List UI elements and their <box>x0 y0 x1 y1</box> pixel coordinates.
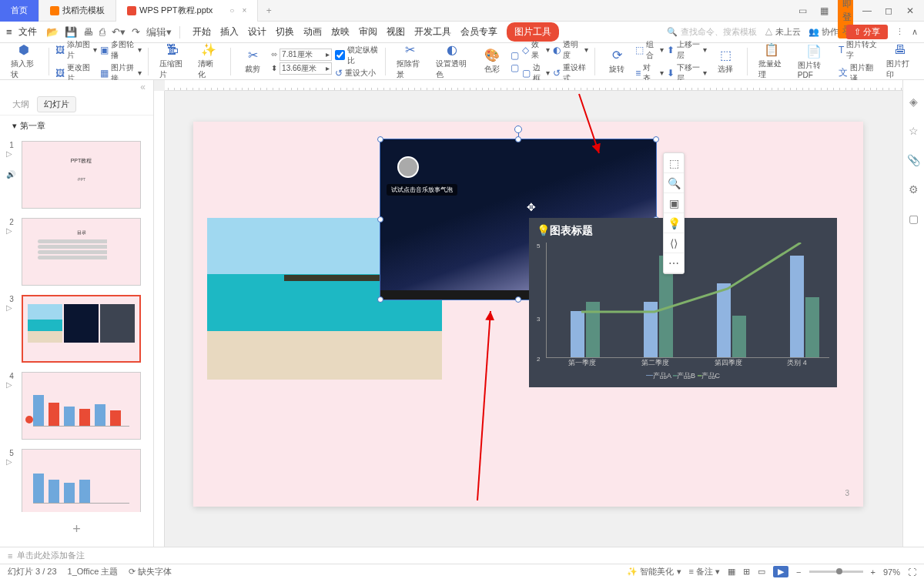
menu-tab-animation[interactable]: 动画 <box>303 22 322 42</box>
panel-tab-slides[interactable]: 幻灯片 <box>37 96 76 112</box>
status-theme[interactable]: 1_Office 主题 <box>68 566 119 577</box>
ribbon-add-image[interactable]: 🖼添加图片▾ <box>55 39 98 61</box>
ribbon-compress[interactable]: 🗜压缩图片 <box>155 43 191 80</box>
zoom-slider[interactable] <box>809 571 863 573</box>
ribbon-transparency[interactable]: ◐透明度▾ <box>553 39 588 61</box>
status-beautify[interactable]: ✨ 智能美化 ▾ <box>627 566 681 577</box>
ribbon-to-text[interactable]: T图片转文字 <box>839 39 879 61</box>
float-zoom-icon[interactable]: 🔍 <box>664 173 684 193</box>
thumb-slide-5[interactable] <box>22 449 141 512</box>
float-crop-icon[interactable]: ▣ <box>664 193 684 213</box>
resize-handle-sw[interactable] <box>377 296 383 303</box>
hamburger-icon[interactable]: ≡ <box>6 26 12 38</box>
ribbon-crop[interactable]: ✂裁剪 <box>237 48 268 75</box>
thumb-slide-2[interactable]: 目录 <box>22 218 141 286</box>
menu-file[interactable]: 文件 <box>18 25 37 38</box>
zoom-level[interactable]: 97% <box>883 567 900 577</box>
ribbon-insert-shape[interactable]: ⬢插入形状 <box>6 42 42 80</box>
status-missing-font[interactable]: ⟳ 缺失字体 <box>129 566 172 577</box>
grid2-icon[interactable]: ▦ <box>816 5 832 16</box>
side-style-icon[interactable]: ◈ <box>909 95 918 108</box>
share-button[interactable]: ⇧ 分享 <box>846 25 888 39</box>
save-icon[interactable]: 💾 <box>63 26 79 38</box>
resize-handle-n[interactable] <box>515 136 521 142</box>
ribbon-preset1[interactable]: ▢ <box>511 50 519 61</box>
side-presenter-icon[interactable]: ▢ <box>909 213 919 225</box>
open-icon[interactable]: 📂 <box>45 26 60 38</box>
menu-tab-view[interactable]: 视图 <box>387 22 405 42</box>
ribbon-color[interactable]: 🎨色彩 <box>477 48 507 75</box>
menu-tab-design[interactable]: 设计 <box>248 22 266 42</box>
menu-tab-member[interactable]: 会员专享 <box>460 22 497 42</box>
undo-icon[interactable]: ↶▾ <box>110 26 127 38</box>
side-animation-icon[interactable]: ☆ <box>909 125 919 137</box>
ribbon-width[interactable]: ⬄ 7.81厘米▸ <box>271 49 332 61</box>
chapter-header[interactable]: ▾ 第一章 <box>0 115 153 136</box>
menu-tab-review[interactable]: 审阅 <box>359 22 377 42</box>
menu-tab-transition[interactable]: 切换 <box>276 22 294 42</box>
notes-bar[interactable]: ≡ 单击此处添加备注 <box>0 547 924 564</box>
more-icon[interactable]: ⋮ <box>896 27 904 37</box>
view-sorter-icon[interactable]: ⊞ <box>743 567 750 577</box>
add-tab-button[interactable]: + <box>258 5 280 16</box>
zoom-out-icon[interactable]: − <box>796 567 801 577</box>
command-search[interactable]: 🔍 查找命令、搜索模板 <box>667 26 757 38</box>
ribbon-rotate[interactable]: ⟳旋转 <box>601 48 632 75</box>
view-reading-icon[interactable]: ▭ <box>758 567 765 577</box>
ribbon-set-transparent[interactable]: ◐设置透明色 <box>431 42 474 80</box>
panel-tab-outline[interactable]: 大纲 <box>12 99 29 110</box>
window-close-icon[interactable]: ✕ <box>902 5 918 16</box>
float-embed-icon[interactable]: ⟨⟩ <box>664 233 684 253</box>
tab-document[interactable]: WPS PPT教程.pptx ○ × <box>116 0 258 22</box>
ribbon-batch[interactable]: 📋批量处理 <box>754 42 790 80</box>
add-slide-button[interactable]: + <box>0 512 153 547</box>
menu-tab-insert[interactable]: 插入 <box>220 22 239 42</box>
tab-home[interactable]: 首页 <box>0 0 39 22</box>
tab-doc-close-icon[interactable]: ○ <box>229 6 234 15</box>
print-icon[interactable]: 🖶 <box>82 26 95 38</box>
editor-canvas[interactable]: 试试点击音乐放事气泡 ✥ 10:23 💡图表标题 5 32 <box>154 80 902 547</box>
window-minimize-icon[interactable]: — <box>859 5 875 16</box>
menu-tab-start[interactable]: 开始 <box>192 22 211 42</box>
cloud-status[interactable]: △ 未上云 <box>765 26 801 38</box>
resize-handle-s[interactable] <box>515 296 521 303</box>
view-normal-icon[interactable]: ▦ <box>728 567 735 577</box>
side-clip-icon[interactable]: 📎 <box>907 154 920 166</box>
ribbon-height[interactable]: ⬍ 13.66厘米▸ <box>271 62 332 75</box>
coop-button[interactable]: 👥 协作 <box>808 26 839 38</box>
thumb-slide-3[interactable] <box>22 295 141 363</box>
thumb-slide-1[interactable]: PPT教程 ·PPT <box>22 141 141 209</box>
menu-tab-slideshow[interactable]: 放映 <box>331 22 350 42</box>
tab-templates[interactable]: 找稻壳模板 <box>39 0 116 22</box>
ribbon-multi-outline[interactable]: ▣多图轮播▾ <box>100 39 142 61</box>
zoom-fit-icon[interactable]: ⛶ <box>908 567 916 577</box>
window-restore-icon[interactable]: ◻ <box>881 5 896 16</box>
ribbon-print[interactable]: 🖶图片打印 <box>882 43 918 80</box>
side-settings-icon[interactable]: ⚙ <box>909 183 919 196</box>
ribbon-to-pdf[interactable]: 📄图片转PDF <box>793 44 835 79</box>
ribbon-combine[interactable]: ⬚组合▾ <box>635 39 663 61</box>
ribbon-move-up[interactable]: ⬆上移一层▾ <box>667 39 708 61</box>
ribbon-lock-ratio[interactable]: 锁定纵横比 <box>335 45 379 66</box>
resize-handle-w[interactable] <box>377 216 383 223</box>
menu-edit[interactable]: 编辑▾ <box>145 25 173 39</box>
redo-icon[interactable]: ↷ <box>130 26 142 38</box>
resize-handle-nw[interactable] <box>377 136 383 142</box>
status-comment[interactable]: ≡ 备注 ▾ <box>689 566 721 577</box>
panel-collapse-icon[interactable]: « <box>0 80 153 94</box>
grid1-icon[interactable]: ▭ <box>795 5 810 16</box>
ribbon-reset-size[interactable]: ↺重设大小 <box>335 68 379 79</box>
tab-doc-x-icon[interactable]: × <box>242 6 246 15</box>
preview-icon[interactable]: ⎙ <box>98 26 107 38</box>
float-more-icon[interactable]: ⋯ <box>664 253 684 273</box>
float-layers-icon[interactable]: ⬚ <box>664 153 684 173</box>
float-idea-icon[interactable]: 💡 <box>664 213 684 233</box>
ribbon-remove-bg[interactable]: ✂抠除背景 <box>392 42 428 80</box>
slide-canvas[interactable]: 试试点击音乐放事气泡 ✥ 10:23 💡图表标题 5 32 <box>193 122 863 507</box>
view-slideshow-icon[interactable]: ▶ <box>773 566 788 577</box>
expand-icon[interactable]: ∧ <box>912 27 918 37</box>
ribbon-effect[interactable]: ◇效果▾ <box>522 39 550 61</box>
ribbon-clarity[interactable]: ✨清晰化 <box>193 42 224 80</box>
ribbon-preset2[interactable]: ▢ <box>511 62 519 73</box>
ribbon-select[interactable]: ⬚选择 <box>710 48 741 75</box>
